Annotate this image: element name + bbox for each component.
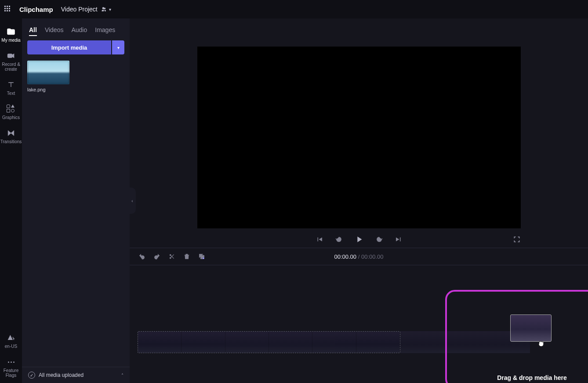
rewind-5-icon[interactable]: 5 <box>335 235 343 243</box>
app-launcher-icon[interactable] <box>4 6 11 13</box>
import-media-dropdown[interactable]: ▾ <box>112 40 124 54</box>
svg-point-4 <box>170 257 171 259</box>
timeline-track-ghost <box>138 331 400 353</box>
media-thumbnail <box>27 61 69 84</box>
rail-label: Text <box>7 91 15 96</box>
timeline-toolbar: 00:00.00 / 00:00.00 <box>130 248 588 265</box>
duplicate-icon[interactable] <box>198 253 205 260</box>
timecode-current: 00:00.00 <box>334 253 356 260</box>
project-name-label: Video Project <box>61 6 98 13</box>
dragging-media-thumb <box>510 314 552 342</box>
delete-icon[interactable] <box>183 253 190 260</box>
upload-status-label: All media uploaded <box>39 372 83 378</box>
svg-rect-0 <box>8 54 12 58</box>
svg-point-3 <box>170 254 171 256</box>
rail-label: My media <box>1 38 20 43</box>
tab-images[interactable]: Images <box>95 26 115 36</box>
playback-controls: 5 5 <box>197 228 521 248</box>
rail-label: Record & create <box>0 62 22 72</box>
camera-icon <box>7 51 15 60</box>
skip-end-icon[interactable] <box>395 235 403 243</box>
share-people-icon <box>100 6 106 12</box>
video-preview[interactable] <box>197 47 521 228</box>
rail-label: Transitions <box>0 139 22 144</box>
chevron-down-icon: ▾ <box>117 45 120 50</box>
rail-language[interactable]: en-US <box>0 330 22 354</box>
media-item[interactable]: lake.png <box>27 61 69 92</box>
rail-transitions[interactable]: Transitions <box>0 125 22 149</box>
timecode: 00:00.00 / 00:00.00 <box>334 253 383 260</box>
main-area: 5 5 00:00.00 / 00:00.00 <box>130 18 588 383</box>
media-panel: All Videos Audio Images Import media ▾ l… <box>22 18 130 383</box>
panel-collapse-handle[interactable]: ‹ <box>129 188 136 214</box>
tab-audio[interactable]: Audio <box>71 26 87 36</box>
rail-my-media[interactable]: My media <box>0 24 22 48</box>
fullscreen-icon[interactable] <box>513 235 521 243</box>
timecode-total: 00:00.00 <box>361 253 384 260</box>
import-media-button[interactable]: Import media <box>27 40 111 54</box>
grab-cursor-icon <box>537 339 545 348</box>
left-rail: My media Record & create Text Graphics T… <box>0 18 22 383</box>
chevron-up-icon: ˄ <box>121 373 123 378</box>
check-circle-icon: ✓ <box>28 372 35 379</box>
app-header: Clipchamp Video Project ▾ <box>0 0 588 18</box>
language-icon <box>7 333 15 342</box>
rail-record-create[interactable]: Record & create <box>0 48 22 77</box>
media-item-name: lake.png <box>27 87 69 92</box>
dots-icon <box>7 358 15 366</box>
project-name-dropdown[interactable]: Video Project ▾ <box>61 6 111 13</box>
chevron-down-icon: ▾ <box>109 7 111 12</box>
app-brand: Clipchamp <box>19 6 53 13</box>
undo-icon[interactable] <box>138 253 145 260</box>
transitions-icon <box>7 129 15 137</box>
rail-label: en-US <box>5 344 17 349</box>
rail-feature-flags[interactable]: Feature Flags <box>0 354 22 383</box>
folder-icon <box>7 27 15 36</box>
rail-graphics[interactable]: Graphics <box>0 101 22 125</box>
shapes-icon <box>7 105 15 113</box>
redo-icon[interactable] <box>153 253 160 260</box>
skip-start-icon[interactable] <box>316 235 323 243</box>
media-grid: lake.png <box>22 54 130 98</box>
timeline[interactable]: Drag & drop media here <box>130 265 588 383</box>
play-icon[interactable] <box>354 235 364 244</box>
split-icon[interactable] <box>168 253 175 260</box>
tab-videos[interactable]: Videos <box>45 26 64 36</box>
text-icon <box>7 80 15 89</box>
rail-label: Graphics <box>2 115 20 120</box>
upload-status-bar[interactable]: ✓ All media uploaded ˄ <box>22 367 130 383</box>
drop-hint-label: Drag & drop media here <box>445 374 588 381</box>
rail-text[interactable]: Text <box>0 77 22 101</box>
tab-all[interactable]: All <box>29 26 37 36</box>
rail-label: Feature Flags <box>0 368 22 378</box>
forward-5-icon[interactable]: 5 <box>375 235 383 243</box>
media-tabs: All Videos Audio Images <box>22 18 130 40</box>
